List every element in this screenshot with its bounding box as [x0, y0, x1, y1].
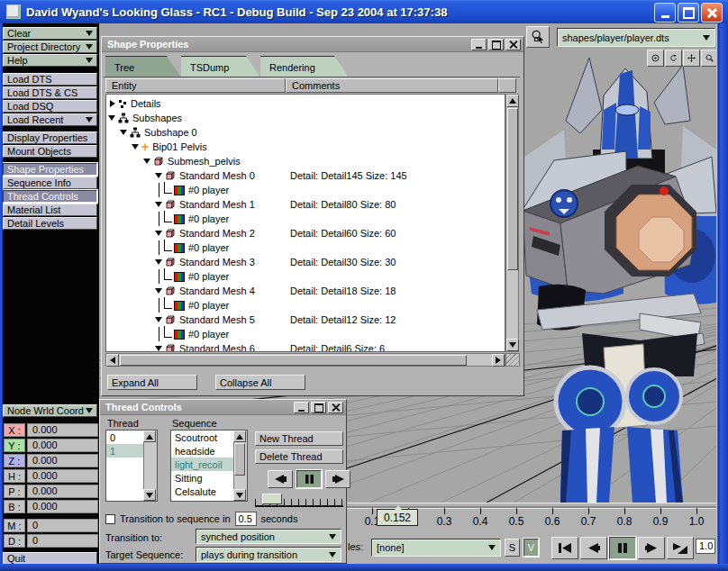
- shape-properties-titlebar[interactable]: Shape Properties: [102, 37, 523, 52]
- close-button[interactable]: [701, 3, 723, 23]
- close-button[interactable]: [505, 39, 521, 50]
- tree-row[interactable]: Subshapes: [106, 111, 505, 125]
- minimize-button[interactable]: [294, 402, 309, 413]
- menu-project-directory[interactable]: Project Directory: [3, 41, 97, 53]
- pause-button[interactable]: [609, 537, 636, 559]
- expanded-arrow-icon[interactable]: [155, 259, 162, 265]
- tree-row[interactable]: #0 player: [106, 327, 505, 341]
- column-header-comments[interactable]: Comments: [286, 78, 498, 93]
- transition-to-select[interactable]: synched position: [196, 529, 341, 544]
- skip-end-button[interactable]: [667, 537, 694, 559]
- scroll-down-icon[interactable]: [509, 342, 516, 348]
- tab-tree[interactable]: Tree: [105, 56, 181, 77]
- mount-objects-button[interactable]: Mount Objects: [3, 145, 97, 158]
- expanded-arrow-icon[interactable]: [132, 144, 139, 150]
- tree-row[interactable]: #0 player: [106, 269, 505, 284]
- close-button[interactable]: [328, 402, 343, 413]
- expanded-arrow-icon[interactable]: [155, 173, 162, 178]
- play-forward-button[interactable]: [638, 537, 665, 559]
- expand-all-button[interactable]: Expand All: [107, 375, 197, 390]
- scroll-up-icon[interactable]: [146, 434, 153, 440]
- pick-light-button[interactable]: [526, 26, 550, 48]
- minimize-button[interactable]: [471, 39, 487, 50]
- rotate-view-button[interactable]: [665, 50, 682, 67]
- tab-tsdump[interactable]: TSDump: [181, 56, 260, 77]
- load-dts-button[interactable]: Load DTS: [3, 73, 97, 86]
- expanded-arrow-icon[interactable]: [155, 346, 162, 351]
- tree-row[interactable]: Details: [106, 96, 505, 111]
- load-dsq-button[interactable]: Load DSQ: [3, 100, 97, 113]
- play-reverse-button[interactable]: [268, 470, 293, 488]
- menu-clear[interactable]: Clear: [3, 27, 97, 40]
- quit-button[interactable]: Quit: [3, 552, 97, 565]
- thread-list-scrollbar[interactable]: [143, 431, 157, 501]
- expanded-arrow-icon[interactable]: [155, 231, 162, 236]
- tree-row[interactable]: + Bip01 Pelvis: [106, 140, 505, 154]
- scroll-left-icon[interactable]: [110, 357, 115, 364]
- orbit-view-button[interactable]: [647, 50, 664, 67]
- thread-listbox[interactable]: 0 1: [105, 430, 158, 502]
- expanded-arrow-icon[interactable]: [108, 115, 115, 121]
- maximize-button[interactable]: [311, 402, 326, 413]
- v-toggle-button[interactable]: V: [523, 539, 539, 557]
- collapse-all-button[interactable]: Collapse All: [215, 375, 305, 390]
- tree-vertical-scrollbar[interactable]: [505, 94, 519, 352]
- transition-time-input[interactable]: 0.5: [235, 512, 257, 526]
- resize-grip[interactable]: [505, 353, 520, 367]
- column-header-entity[interactable]: Entity: [105, 78, 286, 93]
- tree-row[interactable]: Standard Mesh 6 Detail: Detail6 Size: 6: [106, 341, 505, 352]
- scroll-right-icon[interactable]: [496, 357, 501, 364]
- skip-start-button[interactable]: [551, 537, 578, 559]
- maximize-button[interactable]: [678, 3, 699, 23]
- speed-input[interactable]: 1.0: [696, 539, 715, 554]
- pause-button[interactable]: [296, 470, 322, 488]
- expanded-arrow-icon[interactable]: [120, 130, 127, 135]
- maximize-button[interactable]: [488, 39, 504, 50]
- transition-checkbox[interactable]: [105, 514, 115, 524]
- new-thread-button[interactable]: New Thread: [255, 431, 343, 446]
- sequence-info-button[interactable]: Sequence Info: [3, 177, 97, 189]
- scroll-down-icon[interactable]: [146, 493, 153, 498]
- detail-levels-button[interactable]: Detail Levels: [3, 217, 97, 230]
- s-toggle-button[interactable]: S: [505, 539, 520, 557]
- expanded-arrow-icon[interactable]: [155, 288, 162, 294]
- sequence-listbox[interactable]: Scoutroot headside light_recoil Sitting …: [170, 430, 248, 502]
- tree-row[interactable]: #0 player: [106, 240, 505, 255]
- tree-row[interactable]: Submesh_pelvis: [106, 154, 505, 168]
- tree-row[interactable]: #0 player: [106, 183, 505, 197]
- coord-mode-select[interactable]: Node Wrld Coord: [3, 404, 97, 417]
- tab-rendering[interactable]: Rendering: [260, 56, 349, 77]
- slider-thumb[interactable]: [262, 494, 282, 504]
- play-forward-button[interactable]: [325, 470, 350, 488]
- scroll-up-icon[interactable]: [236, 434, 243, 440]
- collapsed-arrow-icon[interactable]: [110, 100, 115, 107]
- play-reverse-button[interactable]: [580, 537, 607, 559]
- scroll-down-icon[interactable]: [236, 493, 243, 498]
- sequence-list-scrollbar[interactable]: [233, 431, 247, 501]
- expanded-arrow-icon[interactable]: [155, 202, 162, 207]
- shape-properties-button[interactable]: Shape Properties: [3, 163, 97, 176]
- scrollbar-thumb[interactable]: [120, 355, 467, 366]
- tree-row[interactable]: #0 player: [106, 212, 505, 226]
- scrollbar-thumb[interactable]: [234, 443, 245, 476]
- shape-file-select[interactable]: shapes/player/player.dts: [557, 28, 715, 47]
- target-sequence-select[interactable]: plays during transition: [196, 547, 341, 562]
- tree-row[interactable]: #0 player: [106, 298, 505, 313]
- scroll-up-icon[interactable]: [509, 98, 516, 104]
- main-titlebar[interactable]: David Wyand's Looking Glass - RC1 - Debu…: [0, 0, 728, 23]
- thread-position-slider[interactable]: [255, 493, 343, 507]
- expanded-arrow-icon[interactable]: [155, 317, 162, 322]
- thread-controls-button[interactable]: Thread Controls: [3, 190, 97, 203]
- delete-thread-button[interactable]: Delete Thread: [255, 449, 343, 464]
- expanded-arrow-icon[interactable]: [143, 159, 150, 164]
- sequence-select[interactable]: [none]: [371, 539, 501, 557]
- minimize-button[interactable]: [654, 3, 676, 23]
- tree-horizontal-scrollbar[interactable]: [105, 353, 505, 367]
- load-dts-cs-button[interactable]: Load DTS & CS: [3, 86, 97, 99]
- pan-view-button[interactable]: [683, 50, 700, 67]
- material-list-button[interactable]: Material List: [3, 204, 97, 216]
- scrollbar-thumb[interactable]: [507, 108, 518, 270]
- display-properties-button[interactable]: Display Properties: [3, 131, 97, 144]
- menu-help[interactable]: Help: [3, 54, 97, 67]
- timeline-position-marker[interactable]: 0.152: [377, 509, 418, 526]
